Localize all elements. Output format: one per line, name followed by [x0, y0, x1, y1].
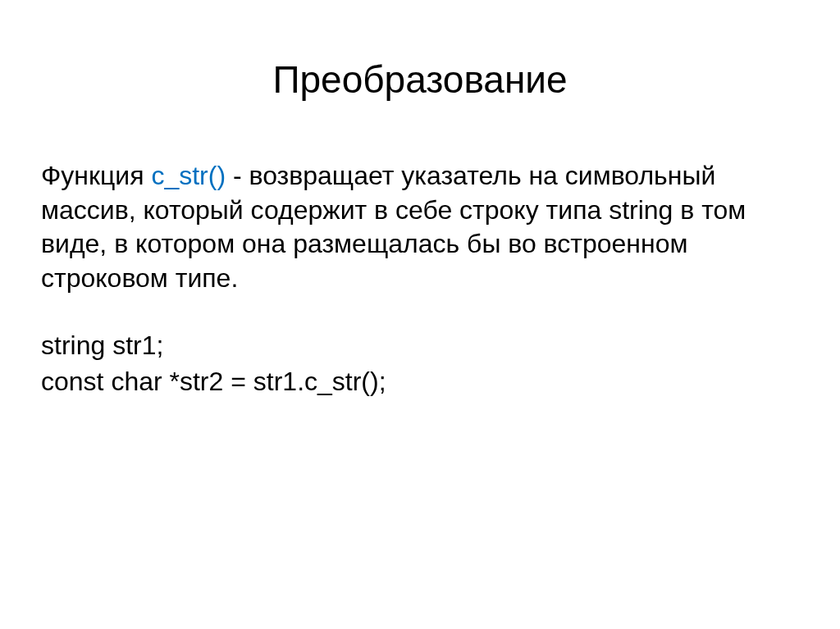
code-line-2: const char *str2 = str1.c_str(); [41, 364, 799, 399]
slide-body: Функция с_str() - возвращает указатель н… [41, 159, 799, 399]
description-paragraph: Функция с_str() - возвращает указатель н… [41, 159, 799, 295]
code-line-1: string str1; [41, 328, 799, 363]
slide-container: Преобразование Функция с_str() - возвращ… [0, 0, 840, 629]
code-example: string str1; const char *str2 = str1.c_s… [41, 328, 799, 399]
paragraph-prefix: Функция [41, 161, 151, 190]
function-name-highlight: с_str() [151, 161, 226, 190]
slide-title: Преобразование [41, 57, 799, 102]
